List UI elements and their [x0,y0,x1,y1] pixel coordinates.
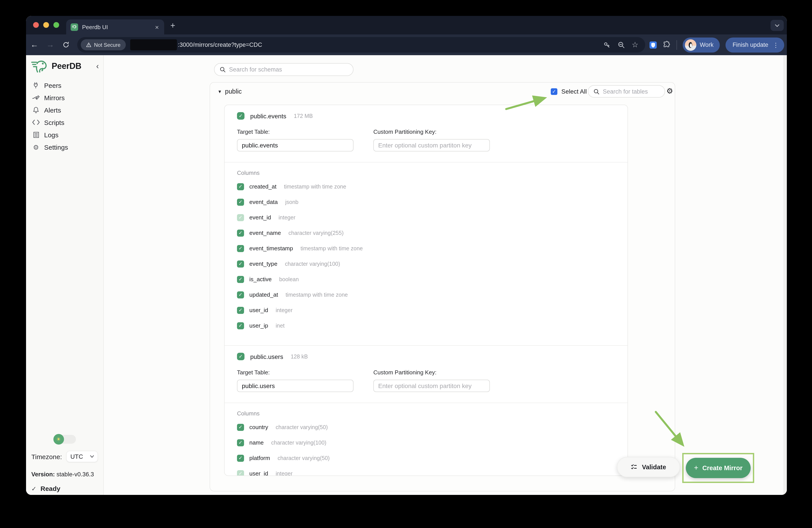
column-checkbox[interactable]: ✓ [237,276,244,283]
table-search-input[interactable]: Search for tables [588,85,665,98]
new-tab-button[interactable]: + [170,21,175,30]
column-checkbox[interactable]: ✓ [237,470,244,476]
chevron-down-icon [90,455,94,458]
bookmark-star-icon[interactable]: ☆ [631,41,639,49]
fullscreen-window-button[interactable] [54,22,59,28]
extensions-puzzle-icon[interactable] [663,41,670,49]
column-name: user_id [249,307,268,313]
sidebar-item-settings[interactable]: ⚙ Settings [26,141,103,153]
table-block: ✓ public.events 172 MB Target Table: Cus… [224,105,627,345]
partition-key-input[interactable] [373,380,490,392]
sidebar-item-scripts[interactable]: Scripts [26,116,103,128]
not-secure-badge[interactable]: Not Secure [81,39,126,50]
target-table-label: Target Table: [237,128,353,135]
zoom-out-icon[interactable] [617,41,625,49]
column-checkbox[interactable]: ✓ [237,424,244,431]
column-name: country [249,424,268,430]
browser-window: Peerdb UI × + ← → Not Secure :3000/mirro… [26,16,787,495]
sidebar-collapse-icon[interactable]: ‹ [96,62,99,70]
schema-name: public [225,88,242,95]
close-window-button[interactable] [33,22,39,28]
table-checkbox[interactable]: ✓ [237,353,245,360]
column-name: created_at [249,183,276,190]
table-checkbox[interactable]: ✓ [237,112,245,120]
sidebar-item-logs[interactable]: Logs [26,128,103,141]
finish-update-button[interactable]: Finish update ⋮ [725,37,784,52]
toolbar-separator [676,40,677,50]
tab-title: Peerdb UI [82,24,154,30]
columns-label: Columns [237,170,615,176]
table-search-placeholder: Search for tables [603,88,648,95]
sidebar-item-mirrors[interactable]: Mirrors [26,91,103,104]
sidebar-item-alerts[interactable]: Alerts [26,104,103,116]
column-name: event_data [249,199,278,205]
schema-search-input[interactable]: Search for schemas [214,63,353,76]
column-type: timestamp with time zone [286,291,348,298]
column-name: platform [249,455,270,461]
column-checkbox[interactable]: ✓ [237,455,244,461]
tab-close-icon[interactable]: × [154,24,160,30]
column-row: ✓ user_id integer [237,306,615,314]
column-checkbox[interactable]: ✓ [237,439,244,446]
sidebar-item-peers[interactable]: Peers [26,79,103,91]
address-bar[interactable]: Not Secure :3000/mirrors/create?type=CDC… [77,37,645,53]
timezone-select[interactable]: UTC [67,451,98,462]
schema-card: ▼ public ✓ Select All Search for tables … [209,82,675,491]
target-table-input[interactable] [237,380,353,392]
column-checkbox[interactable]: ✓ [237,291,244,298]
scrollbar-track[interactable] [783,55,787,495]
column-checkbox[interactable]: ✓ [237,260,244,267]
column-checkbox[interactable]: ✓ [237,183,244,190]
browser-tab[interactable]: Peerdb UI × [66,19,164,34]
column-checkbox[interactable]: ✓ [237,306,244,314]
browser-menu-icon[interactable]: ⋮ [773,41,779,48]
column-type: timestamp with time zone [284,183,346,190]
mirror-arrows-icon [32,95,40,101]
partition-key-label: Custom Partitioning Key: [373,369,490,376]
adblock-shield-icon[interactable] [649,41,657,49]
column-checkbox[interactable]: ✓ [237,198,244,205]
target-table-input[interactable] [237,139,353,152]
column-name: user_ip [249,322,268,329]
profile-chip[interactable]: Work [682,37,720,52]
table-settings-gear-icon[interactable]: ⚙ [666,87,673,95]
forward-button[interactable]: → [44,34,57,55]
tab-bar: Peerdb UI × + [26,16,787,34]
select-all-control[interactable]: ✓ Select All [551,88,587,95]
check-icon: ✓ [31,485,37,492]
column-checkbox[interactable]: ✓ [237,322,244,329]
partition-key-label: Custom Partitioning Key: [373,128,490,135]
column-row: ✓ updated_at timestamp with time zone [237,291,615,298]
schema-card-header: ▼ public ✓ Select All Search for tables … [210,83,675,100]
reload-button[interactable] [60,34,72,55]
column-row: ✓ event_name character varying(255) [237,229,615,237]
select-all-checkbox[interactable]: ✓ [551,88,557,95]
column-row: ✓ user_id integer [237,470,615,476]
column-type: character varying(100) [271,440,327,446]
column-checkbox[interactable]: ✓ [237,245,244,252]
passwords-key-icon[interactable] [603,41,611,49]
schema-row[interactable]: ▼ public [218,88,242,95]
browser-toolbar: ← → Not Secure :3000/mirrors/create?type… [26,34,787,55]
divider [224,403,627,403]
column-checkbox[interactable]: ✓ [237,229,244,237]
checklist-icon [631,464,638,470]
column-type: character varying(50) [278,455,330,461]
column-name: event_type [249,260,277,267]
search-icon [594,88,599,94]
theme-toggle[interactable]: ☀ [54,435,76,444]
table-name: public.events [250,112,286,119]
minimize-window-button[interactable] [43,22,49,28]
status-indicator: ✓ Ready [31,485,98,492]
tab-search-button[interactable] [770,20,784,31]
column-checkbox[interactable]: ✓ [237,214,244,221]
table-block: ✓ public.users 128 kB Target Table: Cust… [224,345,627,476]
column-name: name [249,439,264,446]
back-button[interactable]: ← [28,34,41,55]
column-name: is_active [249,276,272,283]
code-icon [32,120,40,125]
expand-triangle-icon[interactable]: ▼ [218,89,222,94]
validate-button[interactable]: Validate [617,457,680,477]
partition-key-input[interactable] [373,139,490,152]
create-mirror-button[interactable]: + Create Mirror [686,458,751,478]
